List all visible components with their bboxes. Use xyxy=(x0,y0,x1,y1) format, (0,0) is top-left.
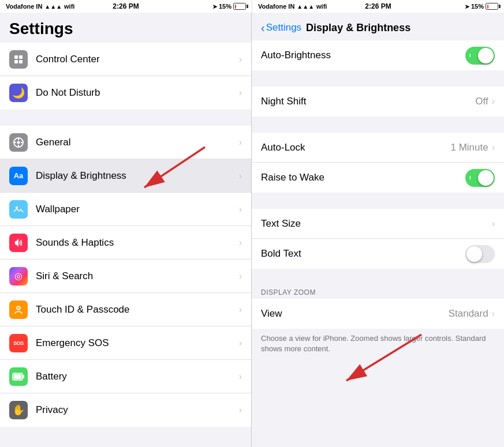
settings-group-1: Control Center › 🌙 Do Not Disturb › xyxy=(0,43,251,110)
text-size-chevron: › xyxy=(492,219,495,229)
toggle-knob xyxy=(478,48,494,63)
svg-rect-11 xyxy=(14,374,22,379)
display-zoom-section-header: DISPLAY ZOOM xyxy=(252,285,504,299)
back-chevron-icon: ‹ xyxy=(261,21,265,35)
time-left: 2:26 PM xyxy=(113,2,139,10)
right-settings-list: Auto-Brightness I Night Shift Off › xyxy=(252,40,504,447)
bold-text-toggle[interactable] xyxy=(465,245,495,263)
privacy-label: Privacy xyxy=(36,404,239,416)
night-shift-label: Night Shift xyxy=(261,96,475,107)
settings-item-siri-search[interactable]: ◎ Siri & Search › xyxy=(0,260,251,293)
status-bar-right: Vodafone IN ▲▲▲ wifi 2:26 PM ➤ 15% xyxy=(252,0,504,13)
auto-lock-label: Auto-Lock xyxy=(261,142,450,153)
right-panel-title: Display & Brightness xyxy=(306,22,410,34)
display-brightness-icon: Aa xyxy=(9,167,28,185)
touch-id-passcode-chevron: › xyxy=(239,305,242,315)
night-shift-value: Off xyxy=(475,96,488,107)
settings-item-do-not-disturb[interactable]: 🌙 Do Not Disturb › xyxy=(0,76,251,110)
do-not-disturb-icon: 🌙 xyxy=(9,84,28,102)
right-item-auto-lock[interactable]: Auto-Lock 1 Minute › xyxy=(252,133,504,163)
emergency-sos-chevron: › xyxy=(239,338,242,348)
battery-pct-left: 15% xyxy=(219,3,232,10)
wifi-right: wifi xyxy=(316,3,327,10)
right-panel: ‹ Settings Display & Brightness Auto-Bri… xyxy=(252,13,504,447)
display-brightness-label: Display & Brightness xyxy=(36,170,239,182)
view-label: View xyxy=(261,308,449,320)
svg-rect-2 xyxy=(14,60,18,63)
toggle-label: I xyxy=(469,52,471,58)
control-center-label: Control Center xyxy=(36,54,239,65)
emergency-sos-label: Emergency SOS xyxy=(36,337,239,349)
back-button[interactable]: Settings xyxy=(266,22,301,33)
settings-item-general[interactable]: General › xyxy=(0,126,251,159)
settings-item-emergency-sos[interactable]: SOS Emergency SOS › xyxy=(0,326,251,360)
siri-search-icon: ◎ xyxy=(9,267,28,286)
status-bar-left: Vodafone IN ▲▲▲ wifi 2:26 PM ➤ 15% xyxy=(0,0,252,13)
svg-rect-3 xyxy=(19,60,23,63)
settings-item-wallpaper[interactable]: Wallpaper › xyxy=(0,193,251,226)
right-group-4: Text Size › Bold Text xyxy=(252,209,504,269)
privacy-icon: ✋ xyxy=(9,401,28,419)
separator-1 xyxy=(0,110,251,126)
display-zoom-footer: Choose a view for iPhone. Zoomed shows l… xyxy=(252,329,504,359)
raise-to-wake-knob xyxy=(478,170,494,186)
right-item-text-size[interactable]: Text Size › xyxy=(252,209,504,239)
svg-rect-10 xyxy=(23,375,24,378)
battery-icon-left xyxy=(233,3,246,10)
right-item-auto-brightness[interactable]: Auto-Brightness I xyxy=(252,40,504,70)
right-group-5: View Standard › xyxy=(252,299,504,329)
right-header: ‹ Settings Display & Brightness xyxy=(252,13,504,40)
battery-chevron: › xyxy=(239,371,242,382)
location-icon-right: ➤ xyxy=(465,3,469,10)
right-separator-1 xyxy=(252,70,504,87)
auto-lock-chevron: › xyxy=(492,142,495,153)
signal-left: ▲▲▲ xyxy=(44,3,62,10)
right-item-bold-text[interactable]: Bold Text xyxy=(252,239,504,269)
settings-title: Settings xyxy=(0,13,251,43)
auto-brightness-toggle[interactable]: I xyxy=(465,47,495,65)
time-right: 2:26 PM xyxy=(365,2,391,10)
battery-settings-icon xyxy=(9,367,28,386)
settings-item-sounds-haptics[interactable]: Sounds & Haptics › xyxy=(0,226,251,260)
text-size-label: Text Size xyxy=(261,218,492,230)
settings-item-privacy[interactable]: ✋ Privacy › xyxy=(0,393,251,427)
signal-right: ▲▲▲ xyxy=(297,3,314,10)
sounds-haptics-icon xyxy=(9,234,28,252)
sounds-haptics-chevron: › xyxy=(239,238,242,248)
settings-list: Control Center › 🌙 Do Not Disturb › xyxy=(0,43,251,447)
svg-point-5 xyxy=(17,141,20,144)
bold-text-label: Bold Text xyxy=(261,248,465,260)
sounds-haptics-label: Sounds & Haptics xyxy=(36,237,239,249)
right-item-view[interactable]: View Standard › xyxy=(252,299,504,329)
right-separator-4 xyxy=(252,269,504,285)
do-not-disturb-label: Do Not Disturb xyxy=(36,87,239,99)
settings-item-touch-id-passcode[interactable]: Touch ID & Passcode › xyxy=(0,293,251,326)
siri-search-label: Siri & Search xyxy=(36,271,239,282)
carrier-right: Vodafone IN xyxy=(258,3,294,10)
raise-to-wake-toggle[interactable]: I xyxy=(465,169,495,187)
display-brightness-chevron: › xyxy=(239,171,242,181)
view-value: Standard xyxy=(449,308,488,320)
right-item-raise-to-wake[interactable]: Raise to Wake I xyxy=(252,163,504,193)
location-icon-left: ➤ xyxy=(212,3,217,10)
view-chevron: › xyxy=(492,309,495,319)
settings-item-display-brightness[interactable]: Aa Display & Brightness › xyxy=(0,159,251,193)
wallpaper-icon xyxy=(9,200,28,219)
main-content: Settings Control Center › 🌙 Do Not Distu… xyxy=(0,13,504,447)
emergency-sos-icon: SOS xyxy=(9,334,28,352)
siri-search-chevron: › xyxy=(239,271,242,281)
battery-icon-right xyxy=(486,3,498,10)
settings-item-control-center[interactable]: Control Center › xyxy=(0,43,251,76)
settings-item-battery[interactable]: Battery › xyxy=(0,360,251,393)
control-center-icon xyxy=(9,50,28,69)
right-item-night-shift[interactable]: Night Shift Off › xyxy=(252,87,504,117)
privacy-chevron: › xyxy=(239,405,242,415)
wallpaper-label: Wallpaper xyxy=(36,204,239,215)
right-group-1: Auto-Brightness I xyxy=(252,40,504,70)
general-icon xyxy=(9,133,28,152)
settings-group-2: General › Aa Display & Brightness › Wall… xyxy=(0,126,251,427)
battery-pct-right: 15% xyxy=(471,3,484,10)
raise-to-wake-label-i: I xyxy=(469,175,471,181)
night-shift-chevron: › xyxy=(492,96,495,107)
auto-lock-value: 1 Minute xyxy=(450,142,488,153)
